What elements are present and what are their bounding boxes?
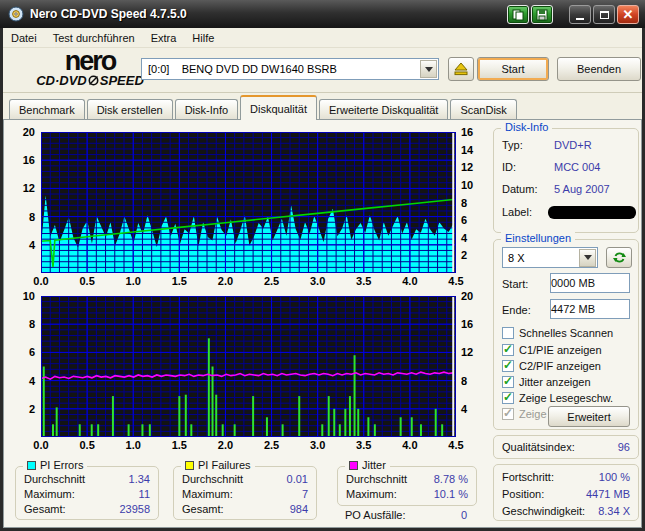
drive-select[interactable]: [0:0] BENQ DVD DD DW1640 BSRB [141,58,439,80]
quit-button[interactable]: Beenden [557,57,641,81]
menu-hilfe[interactable]: Hilfe [184,28,222,48]
menu-datei[interactable]: Datei [3,28,45,48]
advanced-button[interactable]: Erweitert [548,406,630,427]
disc-icon [88,75,99,86]
maximize-button[interactable] [593,5,615,24]
stat-value: 10.1 % [434,488,468,500]
speed-select[interactable]: 8 X [502,247,598,268]
start-button[interactable]: Start [477,57,549,81]
jitter-swatch [349,461,358,470]
menu-extra[interactable]: Extra [143,28,185,48]
checkbox-icon [502,360,514,372]
po-failures-label: PO Ausfälle: [345,509,406,521]
speed-select-value: 8 X [503,252,579,264]
pi-failures-x-axis: 0.00.51.01.52.02.53.03.54.04.5 [41,439,456,453]
copy-button[interactable] [507,5,529,24]
maximize-icon [600,11,609,19]
stat-value: 8.78 % [434,473,468,485]
datum-value: 5 Aug 2007 [554,183,610,195]
checkbox-label: C2/PIF anzeigen [519,360,601,372]
title-bar: Nero CD-DVD Speed 4.7.5.0 ✕ [0,0,645,28]
save-icon [536,9,548,21]
datum-label: Datum: [502,183,537,195]
speed-value: 8.34 X [598,505,630,517]
close-button[interactable]: ✕ [617,5,639,24]
progress-group: Fortschritt:100 % Position:4471 MB Gesch… [493,464,639,521]
refresh-button[interactable] [606,247,632,268]
minimize-icon [576,18,584,20]
save-button[interactable] [531,5,553,24]
eject-button[interactable] [448,57,474,81]
tab-disk-info[interactable]: Disk-Info [175,99,238,120]
end-input[interactable] [550,299,630,319]
jitter-right-axis: 48121620 [459,296,489,437]
tab-disk-erstellen[interactable]: Disk erstellen [87,99,173,120]
checkbox-c2-pif[interactable]: C2/PIF anzeigen [502,358,634,373]
nero-logo-cd-dvd: CD·DVD [36,74,87,87]
progress-label: Fortschritt: [502,471,554,483]
quality-index-value: 96 [618,441,630,453]
quality-index-label: Qualitätsindex: [502,441,575,453]
checkbox-label: Zeige Lesegeschw. [519,392,613,404]
checkbox-c1-pie[interactable]: C1/PIE anzeigen [502,342,634,357]
po-failures-row: PO Ausfälle: 0 [345,509,475,523]
stat-label: Gesamt: [182,503,224,515]
checkbox-icon [502,327,514,339]
checkbox-icon [502,408,514,420]
checkbox-label: C1/PIE anzeigen [519,344,602,356]
drive-select-value: [0:0] BENQ DVD DD DW1640 BSRB [142,63,420,75]
menu-test-durchfuehren[interactable]: Test durchführen [45,28,143,48]
jitter-stats-group: Jitter Durchschnitt8.78 % Maximum:10.1 % [337,466,477,506]
pi-errors-left-axis: 48121620 [12,132,38,273]
app-icon [8,6,24,22]
chevron-down-icon[interactable] [420,60,437,78]
tab-scandisk[interactable]: ScanDisk [450,99,516,120]
label-redacted-bar [548,206,636,219]
app-window: Nero CD-DVD Speed 4.7.5.0 ✕ Datei Test [0,0,645,531]
pi-errors-x-axis: 0.00.51.01.52.02.53.03.54.04.5 [41,275,456,289]
pi-failures-stats-group: PI Failures Durchschnitt0.01 Maximum:7 G… [173,466,317,520]
pi-failures-left-axis: 246810 [12,296,38,437]
checkbox-zeige-lesegeschw[interactable]: Zeige Lesegeschw. [502,390,634,405]
pi-failures-title: PI Failures [198,459,251,471]
minimize-button[interactable] [569,5,591,24]
pi-failures-swatch [185,461,194,470]
typ-label: Typ: [502,139,523,151]
tab-benchmark[interactable]: Benchmark [9,99,85,120]
settings-group: Einstellungen 8 X Start: Ende: Schnelles… [493,239,639,430]
tab-erweiterte-diskqualitaet[interactable]: Erweiterte Diskqualität [319,99,448,120]
stat-value: 7 [302,488,308,500]
start-input[interactable] [550,273,630,293]
pi-failures-jitter-chart: 246810 48121620 0.00.51.01.52.02.53.03.5… [12,296,490,452]
typ-value: DVD+R [554,139,592,151]
pi-errors-chart: 48121620 246810121416 0.00.51.01.52.02.5… [12,132,490,288]
pi-errors-plot [41,132,456,273]
quality-index-group: Qualitätsindex:96 [493,435,639,459]
id-value: MCC 004 [554,161,600,173]
position-label: Position: [502,488,544,500]
disk-info-title: Disk-Info [501,121,552,133]
toolbar: nero CD·DVD SPEED [0:0] BENQ DVD DD DW16… [3,48,642,93]
checkbox-jitter[interactable]: Jitter anzeigen [502,374,634,389]
nero-logo-speed: SPEED [100,74,144,87]
checkbox-schnelles-scannen[interactable]: Schnelles Scannen [502,325,634,340]
pi-errors-title: PI Errors [40,459,83,471]
progress-value: 100 % [599,471,630,483]
speed-label: Geschwindigkeit: [502,505,585,517]
end-label: Ende: [502,304,531,316]
window-title: Nero CD-DVD Speed 4.7.5.0 [30,7,187,21]
start-label: Start: [502,278,528,290]
chevron-down-icon[interactable] [579,249,596,267]
stat-label: Gesamt: [24,503,66,515]
checkbox-icon [502,344,514,356]
stat-label: Maximum: [346,488,397,500]
diskqualitaet-page: 48121620 246810121416 0.00.51.01.52.02.5… [3,119,642,528]
tab-diskqualitaet[interactable]: Diskqualität [240,95,317,120]
checkbox-icon [502,376,514,388]
eject-icon [454,62,468,76]
tab-strip: Benchmark Disk erstellen Disk-Info Diskq… [3,93,642,120]
stat-label: Durchschnitt [346,473,407,485]
close-icon: ✕ [623,7,634,22]
stat-value: 984 [290,503,308,515]
checkbox-icon [502,392,514,404]
